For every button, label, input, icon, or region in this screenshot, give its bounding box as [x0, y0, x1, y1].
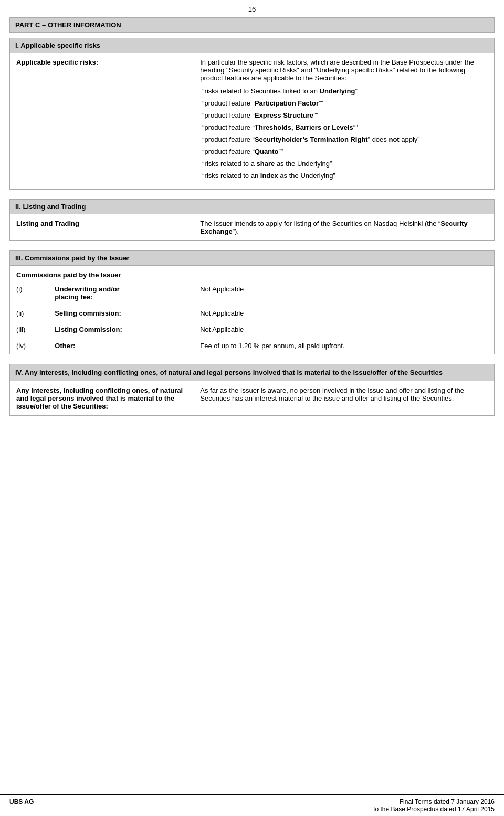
section-ii-header: II. Listing and Trading [9, 199, 495, 214]
commission-item-row-2: (ii) Selling commission: Not Applicable [10, 305, 495, 321]
section-iv-table: Any interests, including conflicting one… [9, 381, 495, 416]
page-number: 16 [0, 0, 504, 17]
commission-num-2: (ii) [10, 305, 49, 321]
risk-list: “risks related to Securities linked to a… [200, 87, 488, 180]
list-item: “product feature “Express Structure”” [200, 111, 488, 119]
footer-left: UBS AG [9, 798, 34, 813]
commission-item-row-4: (iv) Other: Fee of up to 1.20 % per annu… [10, 338, 495, 354]
commission-label-4: Other: [48, 338, 194, 354]
section-iv-header: IV. Any interests, including conflicting… [9, 364, 495, 381]
commission-label-2: Selling commission: [48, 305, 194, 321]
section-i-right-content: In particular the specific risk factors,… [194, 53, 494, 190]
part-c-header: PART C – OTHER INFORMATION [9, 17, 495, 33]
commission-item-row-1: (i) Underwriting and/orplacing fee: Not … [10, 281, 495, 305]
section-ii-left-label: Listing and Trading [10, 214, 194, 241]
commission-value-2: Not Applicable [194, 305, 494, 321]
footer-right-line1: Final Terms dated 7 January 2016 [373, 798, 495, 805]
list-item: “risks related to an index as the Underl… [200, 172, 488, 180]
section-iii-header: III. Commissions paid by the Issuer [9, 250, 495, 266]
section-i-left-label: Applicable specific risks: [10, 53, 194, 190]
section-i-intro: In particular the specific risk factors,… [200, 58, 474, 82]
commission-num-3: (iii) [10, 321, 49, 338]
section-iv-left-label: Any interests, including conflicting one… [10, 381, 194, 416]
commission-num-4: (iv) [10, 338, 49, 354]
list-item: “risks related to Securities linked to a… [200, 87, 488, 95]
list-item: “product feature “Securityholder’s Termi… [200, 135, 488, 143]
commission-num-1: (i) [10, 281, 49, 305]
commission-label-3: Listing Commission: [48, 321, 194, 338]
commission-value-1: Not Applicable [194, 281, 494, 305]
commission-label-1: Underwriting and/orplacing fee: [48, 281, 194, 305]
footer-right-line2: to the Base Prospectus dated 17 April 20… [373, 805, 495, 813]
list-item: “product feature “Thresholds, Barriers o… [200, 123, 488, 131]
commission-header-label: Commissions paid by the Issuer [10, 266, 495, 281]
commission-item-row-3: (iii) Listing Commission: Not Applicable [10, 321, 495, 338]
section-iv-right-content: As far as the Issuer is aware, no person… [194, 381, 494, 416]
list-item: “risks related to a share as the Underly… [200, 160, 488, 168]
section-ii-right-content: The Issuer intends to apply for listing … [194, 214, 494, 241]
footer: UBS AG Final Terms dated 7 January 2016 … [0, 794, 504, 816]
commission-value-4: Fee of up to 1.20 % per annum, all paid … [194, 338, 494, 354]
commission-value-3: Not Applicable [194, 321, 494, 338]
list-item: “product feature “Participation Factor”” [200, 99, 488, 107]
section-i-header: I. Applicable specific risks [9, 38, 495, 53]
list-item: “product feature “Quanto”” [200, 148, 488, 155]
commission-header-row: Commissions paid by the Issuer [10, 266, 495, 281]
section-i-table: Applicable specific risks: In particular… [9, 53, 495, 190]
section-iii-table: Commissions paid by the Issuer (i) Under… [9, 266, 495, 354]
footer-right: Final Terms dated 7 January 2016 to the … [373, 798, 495, 813]
section-ii-text: The Issuer intends to apply for listing … [200, 219, 467, 235]
section-ii-table: Listing and Trading The Issuer intends t… [9, 214, 495, 241]
